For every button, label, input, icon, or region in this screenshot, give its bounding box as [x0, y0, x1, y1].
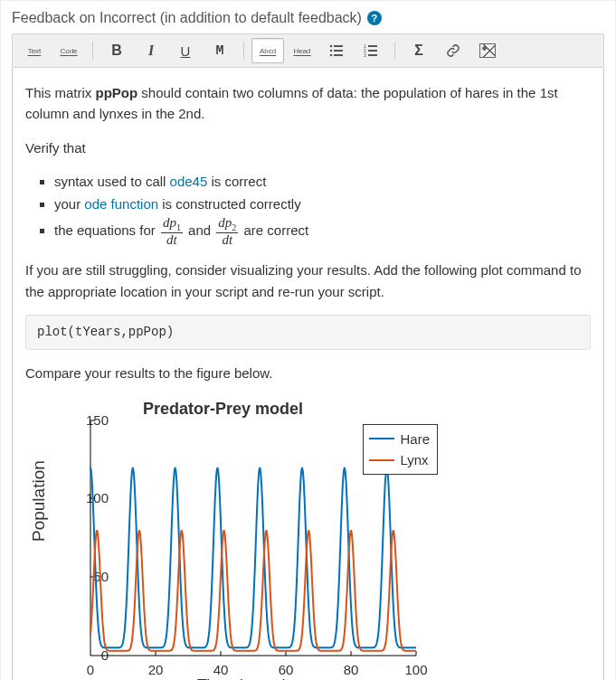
italic-button[interactable]: I	[135, 38, 167, 63]
figure-ylabel: Population	[25, 460, 52, 542]
fraction-dp1dt: dp1 dt	[161, 216, 183, 247]
svg-point-2	[330, 50, 333, 52]
section-title: Feedback on Incorrect (in addition to de…	[12, 10, 362, 26]
figure-predator-prey: Predator-Prey model Population Time (yea…	[25, 397, 441, 680]
xtick: 40	[213, 659, 229, 680]
legend-swatch-lynx	[369, 459, 394, 461]
rich-text-editor[interactable]: This matrix ppPop should contain two col…	[12, 68, 604, 680]
section-header: Feedback on Incorrect (in addition to de…	[12, 10, 604, 26]
svg-point-4	[330, 54, 333, 57]
svg-rect-1	[334, 45, 343, 47]
equation-button[interactable]: Σ	[403, 38, 435, 63]
list-item: your ode function is constructed correct…	[54, 194, 591, 214]
list-item: the equations for dp1 dt and dp2 dt are …	[54, 216, 591, 247]
link-ode45[interactable]: ode45	[170, 174, 208, 189]
image-icon	[479, 43, 496, 58]
link-icon	[446, 43, 460, 58]
toolbar-separator	[92, 42, 93, 60]
image-button[interactable]	[471, 38, 504, 63]
legend-entry-hare: Hare	[369, 429, 430, 449]
underline-button[interactable]: U	[169, 38, 202, 63]
editor-frame: Feedback on Incorrect (in addition to de…	[0, 0, 616, 680]
legend: Hare Lynx	[363, 424, 438, 476]
monospace-button[interactable]: M	[204, 38, 236, 63]
link-ode-function[interactable]: ode function	[84, 196, 158, 212]
xtick: 20	[148, 659, 164, 680]
svg-rect-7	[368, 45, 377, 47]
heading-button[interactable]: Head	[286, 38, 318, 63]
toolbar-separator	[243, 42, 244, 60]
xtick: 60	[279, 659, 294, 680]
xtick: 80	[344, 659, 359, 680]
legend-swatch-hare	[369, 438, 394, 439]
svg-text:3: 3	[364, 52, 366, 57]
paragraph: Compare your results to the figure below…	[25, 363, 591, 383]
paragraph: This matrix ppPop should contain two col…	[25, 82, 591, 125]
xtick: 0	[87, 659, 94, 680]
hyperlink-button[interactable]	[437, 38, 469, 63]
svg-point-0	[330, 45, 333, 48]
paragraph: If you are still struggling, consider vi…	[25, 260, 591, 302]
bullet-list-icon	[329, 44, 344, 57]
bullet-list: syntax used to call ode45 is correct you…	[25, 171, 591, 248]
legend-entry-lynx: Lynx	[369, 449, 430, 470]
code-block: plot(tYears,ppPop)	[25, 315, 591, 351]
help-icon[interactable]: ?	[367, 11, 382, 25]
svg-rect-3	[334, 50, 343, 52]
figure-title: Predator-Prey model	[143, 397, 303, 422]
fraction-dp2dt: dp2 dt	[216, 216, 238, 247]
rich-text-toolbar: Text Code B I U M Abcd Head 1 2 3 Σ	[12, 33, 604, 68]
numbered-list-icon: 1 2 3	[364, 44, 378, 57]
numbered-list-button[interactable]: 1 2 3	[355, 38, 387, 63]
normal-text-button[interactable]: Abcd	[251, 38, 284, 63]
code-style-button[interactable]: Code	[52, 38, 85, 63]
figure-xlabel: Time (years)	[197, 674, 288, 680]
list-item: syntax used to call ode45 is correct	[54, 171, 591, 192]
series-hare	[90, 468, 416, 647]
toolbar-separator	[394, 42, 395, 60]
bulleted-list-button[interactable]	[320, 38, 353, 63]
paragraph: Verify that	[25, 137, 591, 158]
svg-rect-9	[368, 50, 377, 52]
svg-rect-11	[368, 54, 377, 56]
svg-rect-5	[334, 54, 343, 56]
xtick: 100	[404, 659, 427, 680]
bold-button[interactable]: B	[100, 38, 133, 63]
text-style-button[interactable]: Text	[18, 38, 51, 63]
code-var-ppPop: ppPop	[96, 85, 138, 100]
